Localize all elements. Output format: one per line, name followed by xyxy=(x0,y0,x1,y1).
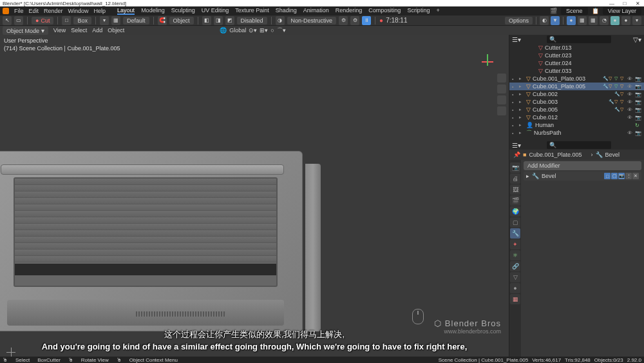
default-button[interactable]: Default xyxy=(123,17,149,25)
mod-extra-icon[interactable]: ⋮ xyxy=(625,173,632,179)
outliner[interactable]: ▽Cutter.013 ▽Cutter.023 ▽Cutter.024 ▽Cut… xyxy=(509,44,644,141)
shading2-icon[interactable]: ▦ xyxy=(578,16,587,25)
snap-icon[interactable]: 🧲 xyxy=(158,16,167,25)
tab-render-icon[interactable]: 📷 xyxy=(510,162,520,173)
close-button[interactable]: ✕ xyxy=(631,1,644,6)
overlay1-icon[interactable]: ◐ xyxy=(540,16,549,25)
proportional-icon[interactable]: ○ xyxy=(270,27,274,34)
align-icon[interactable]: ▦ xyxy=(111,16,120,25)
3d-viewport[interactable]: User Perspective (714) Scene Collection … xyxy=(0,35,509,363)
shading6-icon[interactable]: ● xyxy=(621,16,630,25)
gear-icon[interactable]: ⚙ xyxy=(339,16,348,25)
tab-world-icon[interactable]: 🌍 xyxy=(510,206,520,217)
tab-sculpting[interactable]: Sculpting xyxy=(171,7,195,15)
tab-object-icon[interactable]: ▢ xyxy=(510,217,520,228)
filter-icon[interactable]: ▽▾ xyxy=(633,36,641,43)
shading5-icon[interactable]: ● xyxy=(611,16,620,25)
tab-physics-icon[interactable]: ⚛ xyxy=(510,250,520,260)
select-tool-icon[interactable]: ▭ xyxy=(14,16,23,25)
tab-material-icon[interactable]: ● xyxy=(510,283,520,293)
nondestructive-button[interactable]: Non-Destructive xyxy=(287,17,337,25)
overlay2-icon[interactable]: ▼ xyxy=(551,16,560,25)
tab-viewlayer-icon[interactable]: 🖼 xyxy=(510,184,520,195)
perspective-icon[interactable] xyxy=(497,106,506,115)
tab-output-icon[interactable]: 🖨 xyxy=(510,173,520,184)
outliner-type2-icon[interactable]: ☰▾ xyxy=(512,142,521,149)
dropdown-icon[interactable]: ▾ xyxy=(100,16,109,25)
menu-add[interactable]: Add xyxy=(92,27,102,34)
mod-display-render-icon[interactable]: 📷 xyxy=(618,173,625,179)
minimize-button[interactable]: — xyxy=(605,1,618,6)
tab-layout[interactable]: Layout xyxy=(117,7,135,15)
snap-options-icon[interactable]: ⊞▾ xyxy=(260,27,268,34)
axis-gizmo[interactable] xyxy=(482,54,497,70)
shading3-icon[interactable]: ▦ xyxy=(589,16,598,25)
mod-display-edit-icon[interactable]: ▢ xyxy=(611,173,618,179)
tab-particle-icon[interactable]: ✦ xyxy=(510,239,520,250)
object-button[interactable]: Object xyxy=(169,17,194,25)
mod2-icon[interactable]: ◨ xyxy=(214,16,223,25)
menu-object[interactable]: Object xyxy=(108,27,124,34)
pause-icon[interactable]: ⏸ xyxy=(362,16,371,25)
shading4-icon[interactable]: ◔ xyxy=(600,16,609,25)
mod-delete-icon[interactable]: ✕ xyxy=(632,173,639,179)
shape-icon[interactable]: □ xyxy=(62,16,71,25)
tab-scene-icon[interactable]: 🎬 xyxy=(510,195,520,206)
menu-help[interactable]: Help xyxy=(94,8,106,14)
disabled-button[interactable]: Disabled xyxy=(237,17,267,25)
zoom-icon[interactable] xyxy=(497,74,506,83)
move-icon[interactable] xyxy=(497,84,506,93)
proportional-falloff-icon[interactable]: ⌒▾ xyxy=(277,26,286,35)
tab-constraint-icon[interactable]: 🔗 xyxy=(510,261,520,271)
menu-select[interactable]: Select xyxy=(71,27,87,34)
box-button[interactable]: Box xyxy=(73,17,91,25)
mod1-icon[interactable]: ◧ xyxy=(202,16,211,25)
subtitle-english: And you're going to kind of have a simil… xyxy=(26,342,484,351)
tab-mesh-icon[interactable]: ▽ xyxy=(510,272,520,282)
tab-rendering[interactable]: Rendering xyxy=(336,7,363,15)
gear2-icon[interactable]: ⚙ xyxy=(350,16,359,25)
menu-render[interactable]: Render xyxy=(44,8,63,14)
properties-header: 📌 ■ Cube.001_Plate.005 › 🔧 Bevel xyxy=(509,150,644,160)
add-modifier-button[interactable]: Add Modifier xyxy=(524,161,641,170)
menu-view[interactable]: View xyxy=(53,27,66,34)
modifier-name-label: Bevel xyxy=(605,152,620,158)
tab-compositing[interactable]: Compositing xyxy=(368,7,401,15)
menu-edit[interactable]: Edit xyxy=(29,8,39,14)
tab-animation[interactable]: Animation xyxy=(303,7,329,15)
camera-icon[interactable] xyxy=(497,95,506,104)
outliner-type-icon[interactable]: ☰▾ xyxy=(512,36,521,43)
tab-modeling[interactable]: Modeling xyxy=(141,7,165,15)
menu-file[interactable]: File xyxy=(14,8,24,14)
tab-texture[interactable]: Texture Paint xyxy=(235,7,269,15)
tab-modifier-icon[interactable]: 🔧 xyxy=(510,228,520,239)
mod3-icon[interactable]: ◩ xyxy=(225,16,234,25)
tab-scripting[interactable]: Scripting xyxy=(407,7,430,15)
outliner-search2-input[interactable] xyxy=(547,141,611,149)
scene-selector[interactable]: Scene xyxy=(561,7,588,15)
modifier-bevel[interactable]: ▸ 🔧 Bevel □ ▢ 📷 ⋮ ✕ xyxy=(524,172,641,181)
mod-display-realtime-icon[interactable]: □ xyxy=(604,173,611,179)
tab-add[interactable]: + xyxy=(436,7,439,15)
orientation-selector[interactable]: Global xyxy=(229,27,246,34)
viewlayer-selector[interactable]: View Layer xyxy=(603,7,641,15)
shading1-icon[interactable]: ● xyxy=(567,16,576,25)
tab-uv[interactable]: UV Editing xyxy=(202,7,229,15)
tab-texture-icon[interactable]: ▦ xyxy=(510,294,520,304)
mode-selector[interactable]: Object Mode ▾ xyxy=(3,26,48,35)
outliner-search-input[interactable] xyxy=(547,35,611,43)
outliner-row: •▸👤Human↻ xyxy=(509,121,644,129)
blender-logo-icon[interactable] xyxy=(3,8,9,14)
orientation-icon[interactable]: 🌐 xyxy=(220,27,227,34)
pin-icon[interactable]: 📌 xyxy=(513,152,520,158)
tab-shading[interactable]: Shading xyxy=(276,7,297,15)
maximize-button[interactable]: □ xyxy=(618,1,631,6)
menu-window[interactable]: Window xyxy=(68,8,89,14)
bevel-icon: 🔧 xyxy=(532,173,539,179)
pivot-icon[interactable]: ⊙▾ xyxy=(249,27,257,34)
boolean-icon[interactable]: ◑ xyxy=(276,16,285,25)
shading-dropdown-icon[interactable]: ▾ xyxy=(632,16,641,25)
options-button[interactable]: Options xyxy=(505,17,533,25)
cut-button[interactable]: ●Cut xyxy=(32,17,53,25)
cursor-tool-icon[interactable]: ↖ xyxy=(3,16,12,25)
